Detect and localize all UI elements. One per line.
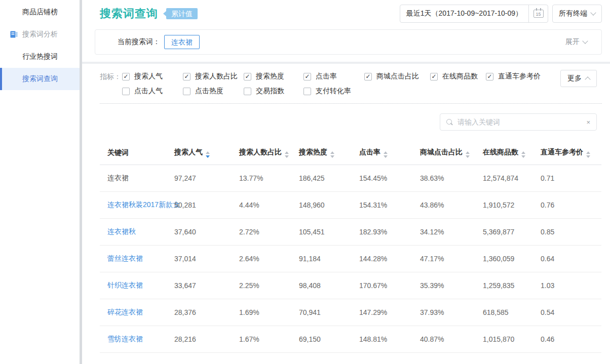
table-cell: 50,281	[167, 192, 232, 219]
table-cell: 47.17%	[412, 246, 475, 272]
table-cell: 40.87%	[412, 326, 475, 353]
column-header-online-products[interactable]: 在线商品数	[475, 141, 533, 165]
sidebar-item-product-shop-ranking[interactable]: 商品店铺榜	[0, 1, 80, 23]
metric-checkbox-click-rate[interactable]: 点击率	[303, 72, 364, 81]
table-cell: 1,015,870	[475, 326, 533, 353]
checkbox-checked-icon[interactable]	[244, 73, 251, 80]
metric-checkbox-ztc-reference-price[interactable]: 直通车参考价	[486, 72, 562, 81]
metric-label: 直通车参考价	[498, 72, 541, 81]
more-metrics-button[interactable]: 更多	[560, 70, 597, 87]
chevron-up-icon	[585, 76, 590, 82]
sort-icon[interactable]	[285, 151, 289, 158]
keyword-cell: 雪纺连衣裙	[100, 326, 167, 353]
column-header-search-popularity[interactable]: 搜索人气	[167, 141, 232, 165]
column-header-ztc-reference-price[interactable]: 直通车参考价	[533, 141, 601, 165]
table-cell: 70,941	[291, 299, 352, 326]
table-cell: 4.44%	[232, 192, 291, 219]
checkbox-checked-icon[interactable]	[122, 73, 130, 80]
table-cell: 618,585	[475, 299, 533, 326]
keyword-link[interactable]: 雪纺连衣裙	[107, 335, 143, 343]
sort-icon[interactable]	[521, 151, 525, 158]
terminal-filter-dropdown[interactable]: 所有终端	[552, 5, 602, 23]
column-header-keyword: 关键词	[100, 141, 167, 165]
metric-checkbox-payment-conversion[interactable]: 支付转化率	[303, 87, 364, 96]
table-row: 蕾丝连衣裙 37,014 2.64% 91,184 144.28% 47.17%…	[100, 246, 601, 272]
sort-icon[interactable]	[466, 151, 470, 158]
table-cell: 1,910,572	[475, 192, 533, 219]
checkbox-unchecked-icon[interactable]	[244, 88, 251, 95]
expand-toggle[interactable]: 展开	[565, 37, 587, 47]
keyword-link[interactable]: 碎花连衣裙	[107, 308, 143, 316]
sort-icon[interactable]	[206, 151, 210, 158]
table-cell: 12,574,874	[475, 165, 533, 192]
metric-checkbox-transaction-index[interactable]: 交易指数	[244, 87, 303, 96]
table-cell: 170.67%	[352, 272, 412, 299]
table-cell: 1.03	[533, 272, 601, 299]
keyword-search-box[interactable]: ×	[440, 113, 597, 131]
metric-checkbox-click-popularity[interactable]: 点击人气	[122, 87, 183, 96]
sidebar: 商品店铺榜 搜索词分析 行业热搜词 搜索词查询	[0, 0, 80, 364]
metrics-label: 指标：	[100, 72, 122, 96]
metric-checkbox-click-heat[interactable]: 点击热度	[183, 87, 244, 96]
checkbox-unchecked-icon[interactable]	[122, 88, 130, 95]
metric-checkbox-online-products[interactable]: 在线商品数	[430, 72, 486, 81]
column-header-search-heat[interactable]: 搜索热度	[291, 141, 352, 165]
metric-label: 搜索人气	[134, 72, 163, 81]
current-search-label: 当前搜索词：	[118, 37, 160, 47]
checkbox-unchecked-icon[interactable]	[183, 88, 190, 95]
keyword-link[interactable]: 蕾丝连衣裙	[107, 254, 143, 262]
table-cell: 105,451	[291, 219, 352, 246]
table-cell: 37,014	[167, 246, 232, 272]
metric-label: 点击率	[316, 72, 337, 81]
sidebar-item-search-word-query[interactable]: 搜索词查询	[0, 68, 80, 90]
table-cell: 0.85	[533, 219, 601, 246]
metric-label: 交易指数	[256, 87, 284, 96]
table-row: 碎花连衣裙 28,376 1.69% 70,941 147.29% 37.93%…	[100, 299, 601, 326]
checkbox-checked-icon[interactable]	[303, 73, 311, 80]
cumulative-value-badge: 累计值	[166, 8, 198, 19]
checkbox-checked-icon[interactable]	[183, 73, 190, 80]
table-cell: 5,369,877	[475, 219, 533, 246]
checkbox-unchecked-icon[interactable]	[303, 88, 311, 95]
keyword-link[interactable]: 连衣裙秋	[107, 227, 136, 235]
column-header-click-rate[interactable]: 点击率	[352, 141, 412, 165]
keyword-cell: 连衣裙秋	[100, 219, 167, 246]
metric-checkbox-search-heat[interactable]: 搜索热度	[244, 72, 303, 81]
metric-checkbox-search-popularity[interactable]: 搜索人气	[122, 72, 183, 81]
sort-icon[interactable]	[330, 151, 334, 158]
calendar-icon: 15	[533, 10, 544, 18]
date-range-picker[interactable]: 最近1天（2017-10-09~2017-10-09） 15	[400, 5, 548, 23]
table-cell: 1,360,059	[475, 246, 533, 272]
checkbox-checked-icon[interactable]	[430, 73, 438, 80]
keyword-cell: 连衣裙	[100, 165, 167, 192]
keyword-link[interactable]: 连衣裙秋装2017新款女	[107, 200, 180, 209]
checkbox-checked-icon[interactable]	[486, 73, 493, 80]
column-header-searcher-share[interactable]: 搜索人数占比	[232, 141, 291, 165]
table-cell: 147.29%	[352, 299, 412, 326]
metric-label: 点击人气	[134, 87, 163, 96]
sidebar-item-industry-hot-words[interactable]: 行业热搜词	[0, 46, 80, 68]
keyword-link[interactable]: 针织连衣裙	[107, 281, 143, 289]
column-label: 关键词	[107, 148, 129, 156]
table-row: 雪纺连衣裙 28,216 1.67% 69,150 148.81% 40.87%…	[100, 326, 601, 353]
column-header-mall-click-share[interactable]: 商城点击占比	[412, 141, 475, 165]
checkbox-checked-icon[interactable]	[364, 73, 372, 80]
metric-checkbox-mall-click-share[interactable]: 商城点击占比	[364, 72, 430, 81]
metric-label: 搜索人数占比	[195, 72, 238, 81]
sidebar-item-label: 行业热搜词	[22, 52, 58, 61]
clear-input-icon[interactable]: ×	[586, 118, 590, 126]
current-keyword-tag[interactable]: 连衣裙	[164, 35, 200, 49]
dotted-divider	[100, 103, 602, 104]
keyword-text: 连衣裙	[107, 174, 129, 182]
metric-label: 点击热度	[195, 87, 223, 96]
sort-icon[interactable]	[384, 151, 388, 158]
keyword-cell: 碎花连衣裙	[100, 299, 167, 326]
table-cell: 37.93%	[412, 299, 475, 326]
metric-checkbox-searcher-share[interactable]: 搜索人数占比	[183, 72, 244, 81]
keyword-search-input[interactable]	[458, 118, 582, 126]
ledger-icon	[10, 31, 18, 38]
calendar-button[interactable]: 15	[528, 5, 548, 22]
sidebar-item-search-term-analysis[interactable]: 搜索词分析	[0, 23, 80, 46]
sort-icon[interactable]	[586, 151, 590, 158]
table-cell: 97,247	[167, 165, 232, 192]
